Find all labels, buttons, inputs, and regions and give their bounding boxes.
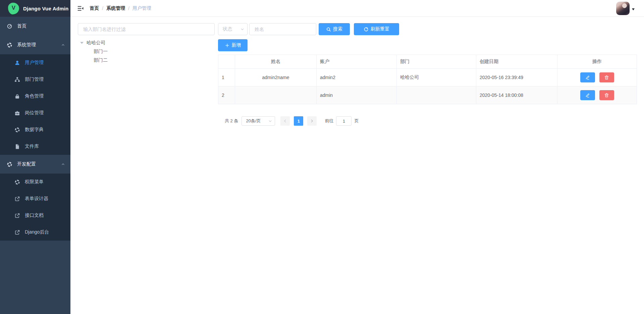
page-size-value: 20条/页 xyxy=(246,118,261,124)
org-tree-icon xyxy=(14,77,20,82)
cell-actions xyxy=(557,86,637,104)
chevron-up-icon xyxy=(61,43,65,47)
prev-page-button[interactable] xyxy=(280,116,290,126)
breadcrumb-separator: / xyxy=(128,6,129,11)
refresh-icon xyxy=(364,27,369,32)
sidebar: V Django Vue Admin 首页 系统管理 用户管理 部门 xyxy=(0,0,70,314)
users-table: 姓名 账户 部门 创建日期 操作 1 admin2name admin2 哈哈公 xyxy=(218,55,637,104)
page-content: 哈哈公司 部门一 部门二 状态 xyxy=(70,17,644,126)
cell-dept xyxy=(397,86,476,104)
hamburger-icon[interactable] xyxy=(77,5,84,12)
dict-icon xyxy=(14,127,20,133)
sidebar-item-posts[interactable]: 岗位管理 xyxy=(0,105,70,121)
tree-node-dept-2[interactable]: 部门二 xyxy=(78,56,215,65)
cell-index: 1 xyxy=(218,69,235,86)
refresh-reset-button[interactable]: 刷新重置 xyxy=(354,23,399,35)
user-menu[interactable] xyxy=(616,2,637,15)
edit-button[interactable] xyxy=(580,90,595,100)
user-icon xyxy=(14,60,20,66)
table-row: 1 admin2name admin2 哈哈公司 2020-05-16 23:3… xyxy=(218,69,637,86)
add-button[interactable]: 新增 xyxy=(218,39,248,51)
col-header-name: 姓名 xyxy=(235,55,317,69)
col-header-account: 账户 xyxy=(317,55,397,69)
sidebar-group-dev-config[interactable]: 开发配置 xyxy=(0,155,70,174)
component-icon xyxy=(7,42,12,48)
status-select[interactable]: 状态 xyxy=(218,23,248,35)
sidebar-item-label: Django后台 xyxy=(25,229,49,235)
pagination: 共 2 条 20条/页 1 前往 页 xyxy=(225,116,638,126)
goto-page-input[interactable] xyxy=(336,116,352,126)
search-toolbar: 状态 搜索 刷新重置 xyxy=(218,23,638,35)
chevron-down-icon xyxy=(268,119,272,123)
add-button-label: 新增 xyxy=(232,42,241,48)
page-size-select[interactable]: 20条/页 xyxy=(241,116,275,126)
sidebar-item-departments[interactable]: 部门管理 xyxy=(0,71,70,88)
tree-node-dept-1[interactable]: 部门一 xyxy=(78,47,215,56)
delete-button[interactable] xyxy=(599,90,614,100)
tree-node-label: 部门二 xyxy=(94,57,108,63)
sidebar-item-label: 岗位管理 xyxy=(25,110,44,116)
sidebar-item-files[interactable]: 文件库 xyxy=(0,138,70,155)
dashboard-icon xyxy=(7,23,12,29)
edit-button[interactable] xyxy=(580,72,595,82)
sidebar-item-users[interactable]: 用户管理 xyxy=(0,54,70,71)
external-link-icon xyxy=(14,213,20,218)
sidebar-item-django-admin[interactable]: Django后台 xyxy=(0,224,70,241)
delete-button[interactable] xyxy=(599,72,614,82)
table-row: 2 admin 2020-05-14 18:00:08 xyxy=(218,86,637,104)
sidebar-item-home[interactable]: 首页 xyxy=(0,17,70,36)
sidebar-item-api-docs[interactable]: 接口文档 xyxy=(0,207,70,224)
caret-down-icon xyxy=(80,42,84,44)
trash-icon xyxy=(604,93,609,98)
cell-created: 2020-05-16 23:39:49 xyxy=(476,69,557,86)
edit-pencil-icon xyxy=(585,93,590,98)
dept-tree: 哈哈公司 部门一 部门二 xyxy=(78,39,215,65)
app-logo[interactable]: V Django Vue Admin xyxy=(0,0,70,17)
users-panel: 状态 搜索 刷新重置 新增 xyxy=(218,23,638,126)
tree-node-label: 部门一 xyxy=(94,49,108,55)
external-link-icon xyxy=(14,196,20,202)
sidebar-item-label: 接口文档 xyxy=(25,212,44,218)
breadcrumb-separator: / xyxy=(102,6,103,11)
sidebar-item-permission-menu[interactable]: 权限菜单 xyxy=(0,174,70,190)
external-link-icon xyxy=(14,230,20,235)
sidebar-item-label: 部门管理 xyxy=(25,76,44,82)
sidebar-group-system[interactable]: 系统管理 xyxy=(0,36,70,54)
search-button[interactable]: 搜索 xyxy=(319,23,350,35)
sidebar-item-roles[interactable]: 角色管理 xyxy=(0,88,70,105)
breadcrumb-system[interactable]: 系统管理 xyxy=(106,5,125,11)
edit-pencil-icon xyxy=(585,75,590,80)
top-navbar: 首页 / 系统管理 / 用户管理 xyxy=(70,0,644,17)
next-page-button[interactable] xyxy=(307,116,317,126)
cell-name: admin2name xyxy=(235,69,317,86)
sidebar-group-label: 系统管理 xyxy=(17,42,36,48)
refresh-reset-button-label: 刷新重置 xyxy=(371,26,389,32)
page-1-button[interactable]: 1 xyxy=(294,116,303,126)
sidebar-item-label: 文件库 xyxy=(25,143,39,149)
goto-suffix: 页 xyxy=(354,118,359,124)
sidebar-item-label: 表单设计器 xyxy=(25,196,48,202)
chevron-down-icon xyxy=(240,27,245,32)
search-icon xyxy=(326,27,331,32)
chevron-left-icon xyxy=(283,119,287,123)
breadcrumb-home[interactable]: 首页 xyxy=(90,5,99,11)
cell-index: 2 xyxy=(218,86,235,104)
total-count: 共 2 条 xyxy=(225,118,238,124)
sidebar-group-label: 开发配置 xyxy=(17,161,36,167)
breadcrumb: 首页 / 系统管理 / 用户管理 xyxy=(90,5,151,11)
chevron-right-icon xyxy=(310,119,314,123)
trash-icon xyxy=(604,75,609,80)
sidebar-item-label: 用户管理 xyxy=(25,60,44,66)
submenu-dev-config: 权限菜单 表单设计器 接口文档 Django后台 xyxy=(0,174,70,241)
sidebar-item-form-designer[interactable]: 表单设计器 xyxy=(0,190,70,207)
sidebar-item-dictionary[interactable]: 数据字典 xyxy=(0,121,70,138)
tree-node-company[interactable]: 哈哈公司 xyxy=(78,39,215,47)
sidebar-item-label: 权限菜单 xyxy=(25,179,44,185)
app-title: Django Vue Admin xyxy=(23,6,68,11)
vue-logo-icon: V xyxy=(8,3,19,14)
department-panel: 哈哈公司 部门一 部门二 xyxy=(78,23,215,65)
cell-created: 2020-05-14 18:00:08 xyxy=(476,86,557,104)
cell-actions xyxy=(557,69,637,86)
dept-filter-input[interactable] xyxy=(78,23,215,35)
name-input[interactable] xyxy=(249,23,316,35)
